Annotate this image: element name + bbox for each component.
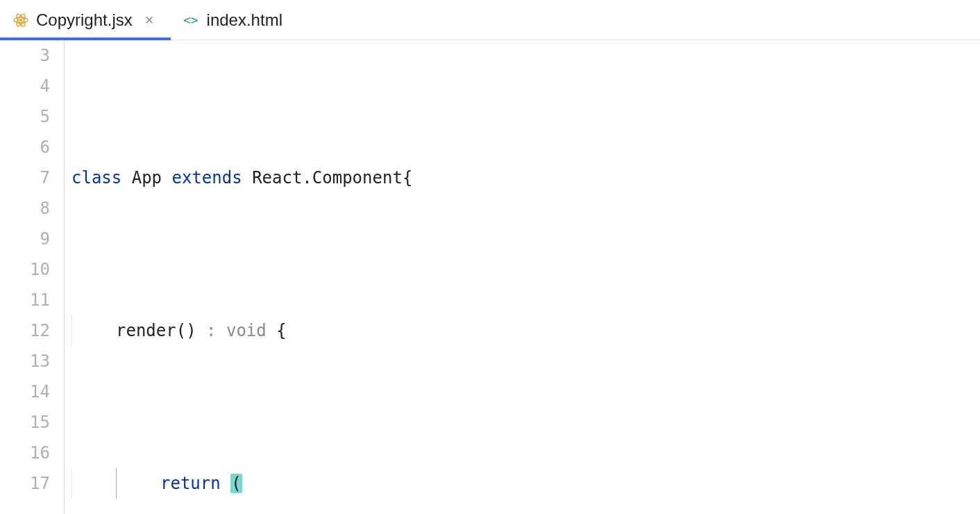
line-number: 17 [0, 468, 50, 499]
tab-label: Copyright.jsx [36, 10, 133, 30]
editor-tabs: Copyright.jsx × <> index.html [0, 0, 980, 40]
code-line[interactable]: return ( [71, 468, 980, 499]
keyword: class [71, 168, 121, 188]
identifier: render [116, 321, 176, 340]
line-number: 16 [0, 438, 50, 468]
line-number: 10 [0, 254, 50, 285]
identifier: App [132, 168, 162, 188]
punct: { [276, 321, 286, 340]
keyword: return [160, 474, 221, 493]
line-number: 8 [0, 193, 50, 224]
punct: () [176, 321, 196, 340]
svg-point-3 [19, 19, 22, 22]
tab-label: index.html [207, 10, 282, 30]
line-number: 13 [0, 346, 50, 376]
line-number: 15 [0, 407, 50, 438]
tab-copyright-jsx[interactable]: Copyright.jsx × [0, 0, 171, 40]
react-icon [12, 12, 29, 28]
inlay-hint: : void [196, 321, 277, 340]
line-number: 12 [0, 315, 50, 346]
keyword: extends [172, 168, 242, 188]
line-number: 7 [0, 163, 50, 193]
svg-text:<>: <> [183, 13, 198, 27]
code-line[interactable]: render() : void { [71, 315, 980, 346]
line-number: 4 [0, 71, 50, 101]
close-icon[interactable]: × [145, 13, 154, 28]
code-area[interactable]: class App extends React.Component{ rende… [64, 40, 980, 514]
line-number-gutter: 3 4 5 6 7 8 9 10 11 12 13 14 15 16 17 [0, 40, 64, 514]
line-number: 3 [0, 40, 50, 71]
html-icon: <> [183, 12, 200, 28]
line-number: 11 [0, 285, 50, 315]
bracket-match: ( [230, 474, 242, 493]
punct: { [403, 168, 412, 188]
code-editor[interactable]: 3 4 5 6 7 8 9 10 11 12 13 14 15 16 17 cl… [0, 40, 980, 514]
code-line[interactable]: class App extends React.Component{ [71, 163, 980, 193]
line-number: 6 [0, 132, 50, 163]
line-number: 9 [0, 224, 50, 254]
line-number: 5 [0, 101, 50, 132]
line-number: 14 [0, 376, 50, 407]
identifier: React.Component [252, 168, 403, 188]
tab-index-html[interactable]: <> index.html [171, 0, 299, 40]
